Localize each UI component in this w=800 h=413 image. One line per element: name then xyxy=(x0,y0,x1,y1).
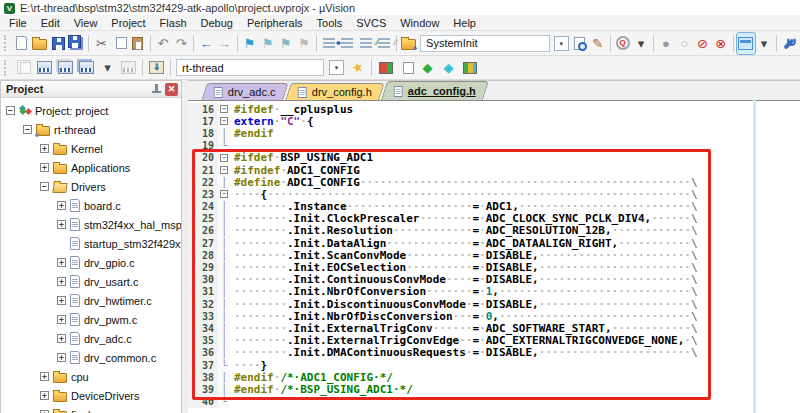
code-area[interactable]: 16−#ifdef·__cplusplus17−extern·"C"·{18│#… xyxy=(188,101,800,413)
fold-collapse-icon[interactable]: − xyxy=(220,190,228,198)
batch-build-icon[interactable] xyxy=(76,57,97,78)
fold-marker[interactable]: − xyxy=(218,164,230,176)
save-icon[interactable] xyxy=(49,33,67,54)
tree-item-cpu[interactable]: +cpu xyxy=(1,367,181,386)
code-text[interactable]: extern·"C"·{ xyxy=(230,115,314,128)
menu-view[interactable]: View xyxy=(67,16,105,30)
tree-item-drv-hwtimer-c[interactable]: +drv_hwtimer.c xyxy=(1,291,181,310)
expander-icon[interactable]: − xyxy=(23,125,32,134)
close-panel-icon[interactable]: ✕ xyxy=(165,83,178,96)
next-bookmark-icon[interactable]: ⚑ xyxy=(277,33,295,54)
tree-item-drv-adc-c[interactable]: +drv_adc.c xyxy=(1,329,181,348)
configure-flash-icon[interactable] xyxy=(400,33,418,54)
code-text[interactable]: #endif·/*·ADC1_CONFIG·*/ xyxy=(230,371,393,384)
build-icon[interactable] xyxy=(34,57,55,78)
fold-marker[interactable]: − xyxy=(218,103,230,115)
new-file-icon[interactable] xyxy=(12,33,30,54)
code-text[interactable]: ········.Init.Resolution············=·AD… xyxy=(230,224,698,237)
rebuild-icon[interactable] xyxy=(55,57,76,78)
code-text[interactable]: ········.Init.NbrOfDiscConversion···=·0,… xyxy=(230,310,698,323)
fold-marker[interactable]: − xyxy=(218,115,230,127)
expander-icon[interactable]: + xyxy=(57,201,66,210)
expander-icon[interactable]: + xyxy=(40,372,49,381)
fold-collapse-icon[interactable]: − xyxy=(220,166,228,174)
target-select-combo[interactable]: rt-thread xyxy=(176,59,324,76)
tree-item-applications[interactable]: +Applications xyxy=(1,158,181,177)
expander-icon[interactable]: − xyxy=(40,182,49,191)
tree-item-project-project[interactable]: −Project: project xyxy=(1,101,181,120)
clear-bookmarks-icon[interactable]: ⚑ xyxy=(295,33,313,54)
redo-icon[interactable]: ↷ xyxy=(172,33,190,54)
expander-icon[interactable]: + xyxy=(40,391,49,400)
tree-item-startup-stm32f429xx-s[interactable]: startup_stm32f429xx.s xyxy=(1,234,181,253)
cut-icon[interactable]: ✂ xyxy=(92,33,110,54)
expander-icon[interactable]: + xyxy=(57,220,66,229)
code-text[interactable]: #ifdef·__cplusplus xyxy=(230,103,353,116)
code-text[interactable]: ········.Instance···················=·AD… xyxy=(230,200,698,213)
manage-rte-icon[interactable] xyxy=(375,57,396,78)
menu-peripherals[interactable]: Peripherals xyxy=(240,16,310,30)
paste-icon[interactable] xyxy=(129,33,147,54)
uncomment-icon[interactable] xyxy=(375,33,393,54)
menu-window[interactable]: Window xyxy=(393,16,446,30)
tree-item-drv-common-c[interactable]: +drv_common.c xyxy=(1,348,181,367)
code-text[interactable]: ····} xyxy=(230,359,267,372)
code-text[interactable]: #define·ADC1_CONFIG·····················… xyxy=(230,176,698,189)
disable-all-breakpoints-icon[interactable]: ⊘ xyxy=(693,33,711,54)
code-text[interactable]: ········.Init.EOCSelection··········=·DI… xyxy=(230,261,698,274)
tab-drv-adc-c[interactable]: drv_adc.c xyxy=(201,83,288,100)
code-text[interactable]: ········.Init.ScanConvMode··········=·DI… xyxy=(230,249,698,262)
tree-item-finsh[interactable]: +finsh xyxy=(1,405,181,413)
code-text[interactable]: #ifdef·BSP_USING_ADC1 xyxy=(230,151,373,164)
menu-tools[interactable]: Tools xyxy=(310,16,350,30)
fold-collapse-icon[interactable]: − xyxy=(220,105,228,113)
code-text[interactable]: ····{···································… xyxy=(230,188,698,201)
code-text[interactable]: ········.Init.DiscontinuousConvMode·=·DI… xyxy=(230,298,698,311)
debug-windows-dropdown-icon[interactable]: ▾ xyxy=(755,33,773,54)
insert-breakpoint-icon[interactable]: ● xyxy=(657,33,675,54)
target-options-icon[interactable]: ★ xyxy=(347,57,368,78)
stop-build-icon[interactable] xyxy=(118,57,139,78)
tree-item-kernel[interactable]: +Kernel xyxy=(1,139,181,158)
undo-icon[interactable]: ↶ xyxy=(154,33,172,54)
target-dropdown-icon[interactable]: ▾ xyxy=(326,57,347,78)
code-text[interactable]: ········.Init.ClockPrescaler········=·AD… xyxy=(230,212,698,225)
menu-project[interactable]: Project xyxy=(104,16,152,30)
menu-debug[interactable]: Debug xyxy=(194,16,240,30)
books-icon[interactable] xyxy=(459,57,480,78)
tree-item-drv-pwm-c[interactable]: +drv_pwm.c xyxy=(1,310,181,329)
expander-icon[interactable]: + xyxy=(57,353,66,362)
fold-marker[interactable]: − xyxy=(218,188,230,200)
code-text[interactable]: #endif xyxy=(230,127,274,140)
navigate-forward-icon[interactable]: → xyxy=(215,33,233,54)
navigate-back-icon[interactable]: ← xyxy=(197,33,215,54)
translate-icon[interactable] xyxy=(13,57,34,78)
find-in-files-icon[interactable] xyxy=(570,33,588,54)
expander-icon[interactable]: + xyxy=(40,144,49,153)
open-file-icon[interactable] xyxy=(31,33,49,54)
tree-item-devicedrivers[interactable]: +DeviceDrivers xyxy=(1,386,181,405)
code-text[interactable]: #ifndef·ADC1_CONFIG xyxy=(230,164,360,177)
menu-help[interactable]: Help xyxy=(446,16,483,30)
tree-item-drv-gpio-c[interactable]: +drv_gpio.c xyxy=(1,253,181,272)
tree-item-rt-thread[interactable]: −rt-thread xyxy=(1,120,181,139)
kill-all-breakpoints-icon[interactable]: ⊗ xyxy=(712,33,730,54)
code-text[interactable]: #endif·/*·BSP_USING_ADC1·*/ xyxy=(230,383,413,396)
code-text[interactable]: ········.Init.ExternalTrigConvEdge··=·AD… xyxy=(230,334,698,347)
menu-svcs[interactable]: SVCS xyxy=(349,16,393,30)
fold-collapse-icon[interactable]: − xyxy=(220,154,228,162)
prev-bookmark-icon[interactable]: ⚑ xyxy=(259,33,277,54)
fold-collapse-icon[interactable]: − xyxy=(220,117,228,125)
tab-drv-config-h[interactable]: drv_config.h xyxy=(285,83,384,100)
search-dropdown-icon[interactable]: ▾ xyxy=(552,33,570,54)
outdent-icon[interactable] xyxy=(338,33,356,54)
comment-icon[interactable] xyxy=(357,33,375,54)
code-text[interactable]: ········.Init.ExternalTrigConv······=·AD… xyxy=(230,322,698,335)
menu-flash[interactable]: Flash xyxy=(153,16,194,30)
batch-build-dropdown-icon[interactable]: ▾ xyxy=(97,57,118,78)
software-packs-icon[interactable]: ◆ xyxy=(417,57,438,78)
expander-icon[interactable]: − xyxy=(6,106,15,115)
annotate-icon[interactable]: ✎ xyxy=(589,33,607,54)
menu-file[interactable]: File xyxy=(2,16,34,30)
download-icon[interactable]: ⇓ xyxy=(146,57,167,78)
